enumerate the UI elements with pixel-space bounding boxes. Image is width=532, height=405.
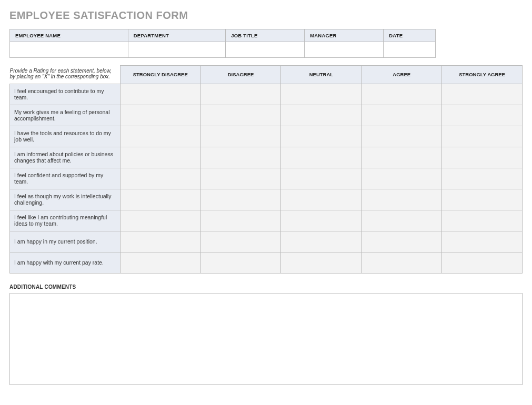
rating-cell-5-1[interactable] [200,189,281,210]
rating-cell-0-1[interactable] [200,84,281,105]
rating-cell-2-2[interactable] [281,126,362,147]
header-employee-name: EMPLOYEE NAME [10,29,128,42]
statement-1: My work gives me a feeling of personal a… [10,105,121,126]
rating-cell-7-4[interactable] [442,231,523,252]
rating-instruction: Provide a Rating for each statement, bel… [10,66,121,84]
rating-cell-5-3[interactable] [362,189,442,210]
rating-cell-8-4[interactable] [442,252,523,273]
rating-cell-3-1[interactable] [200,147,281,168]
statement-6: I feel like I am contributing meaningful… [10,210,121,231]
rating-cell-2-1[interactable] [200,126,281,147]
statement-7: I am happy in my current position. [10,231,121,252]
statement-4: I feel confident and supported by my tea… [10,168,121,189]
rating-cell-0-0[interactable] [120,84,200,105]
header-manager: MANAGER [305,29,384,42]
rating-cell-3-4[interactable] [442,147,523,168]
statement-8: I am happy with my current pay rate. [10,252,121,273]
header-date: DATE [384,29,436,42]
rating-cell-6-4[interactable] [442,210,523,231]
rating-cell-3-2[interactable] [281,147,362,168]
statement-2: I have the tools and resources to do my … [10,126,121,147]
rating-cell-8-2[interactable] [281,252,362,273]
statement-0: I feel encouraged to contribute to my te… [10,84,121,105]
rating-cell-5-4[interactable] [442,189,523,210]
rating-cell-3-0[interactable] [120,147,200,168]
rating-table: Provide a Rating for each statement, bel… [9,65,523,274]
rating-cell-5-0[interactable] [120,189,200,210]
rating-cell-8-3[interactable] [362,252,442,273]
col-neutral: NEUTRAL [281,66,362,84]
col-disagree: DISAGREE [200,66,281,84]
comments-label: ADDITIONAL COMMENTS [9,284,523,290]
rating-cell-1-1[interactable] [200,105,281,126]
rating-cell-7-2[interactable] [281,231,362,252]
statement-5: I feel as though my work is intellectual… [10,189,121,210]
header-job-title: JOB TITLE [226,29,305,42]
rating-cell-6-0[interactable] [120,210,200,231]
rating-cell-5-2[interactable] [281,189,362,210]
rating-cell-1-0[interactable] [120,105,200,126]
rating-cell-1-4[interactable] [442,105,523,126]
statement-3: I am informed about policies or business… [10,147,121,168]
rating-cell-6-1[interactable] [200,210,281,231]
header-department: DEPARTMENT [128,29,225,42]
rating-cell-7-3[interactable] [362,231,442,252]
rating-cell-2-4[interactable] [442,126,523,147]
input-department[interactable] [128,42,225,58]
employee-info-table: EMPLOYEE NAME DEPARTMENT JOB TITLE MANAG… [9,29,436,58]
col-agree: AGREE [362,66,442,84]
form-title: EMPLOYEE SATISFACTION FORM [9,9,523,22]
rating-cell-4-0[interactable] [120,168,200,189]
rating-cell-3-3[interactable] [362,147,442,168]
rating-cell-2-0[interactable] [120,126,200,147]
rating-cell-1-3[interactable] [362,105,442,126]
rating-cell-8-0[interactable] [120,252,200,273]
rating-cell-6-3[interactable] [362,210,442,231]
input-job-title[interactable] [226,42,305,58]
rating-cell-0-3[interactable] [362,84,442,105]
comments-textarea[interactable] [9,293,523,385]
rating-cell-0-2[interactable] [281,84,362,105]
rating-cell-7-1[interactable] [200,231,281,252]
rating-cell-0-4[interactable] [442,84,523,105]
input-employee-name[interactable] [10,42,128,58]
col-strongly-disagree: STRONGLY DISAGREE [120,66,200,84]
col-strongly-agree: STRONGLY AGREE [442,66,523,84]
rating-cell-8-1[interactable] [200,252,281,273]
rating-cell-1-2[interactable] [281,105,362,126]
rating-cell-7-0[interactable] [120,231,200,252]
rating-cell-6-2[interactable] [281,210,362,231]
rating-cell-4-1[interactable] [200,168,281,189]
input-date[interactable] [384,42,436,58]
rating-cell-2-3[interactable] [362,126,442,147]
input-manager[interactable] [305,42,384,58]
rating-cell-4-4[interactable] [442,168,523,189]
rating-cell-4-2[interactable] [281,168,362,189]
rating-cell-4-3[interactable] [362,168,442,189]
